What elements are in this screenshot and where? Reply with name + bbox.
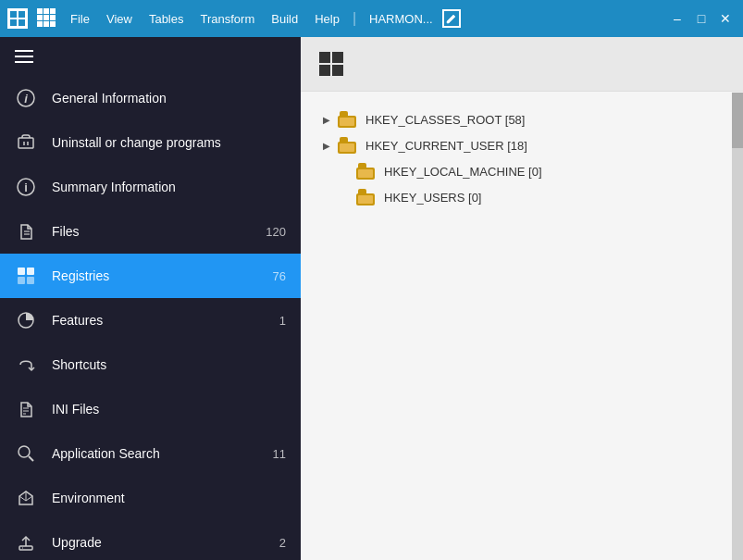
sidebar-badge-registries: 76 <box>273 269 286 283</box>
sidebar-badge-features: 1 <box>279 314 286 328</box>
svg-rect-1 <box>19 11 25 18</box>
sidebar-label-shortcuts: Shortcuts <box>52 357 271 372</box>
svg-rect-6 <box>19 138 33 148</box>
sidebar-item-ini-files[interactable]: INI Files <box>0 387 301 431</box>
sidebar-item-registries[interactable]: Registries 76 <box>0 254 301 298</box>
app-name: HARMON... <box>362 8 440 30</box>
svg-rect-3 <box>19 19 25 26</box>
sidebar-label-features: Features <box>52 313 265 328</box>
main-container: i General Information Uninstall or chang… <box>0 37 743 560</box>
sidebar-label-environment: Environment <box>52 491 271 505</box>
sidebar-label-application-search: Application Search <box>52 446 258 461</box>
features-icon <box>15 311 37 330</box>
scrollbar[interactable] <box>732 93 743 560</box>
menu-view[interactable]: View <box>99 8 140 30</box>
tree-label-hkey-classes-root: HKEY_CLASSES_ROOT [58] <box>365 113 525 127</box>
svg-point-21 <box>19 446 30 457</box>
sidebar-badge-files: 120 <box>266 225 286 239</box>
tree-item-hkey-users[interactable]: ▶ HKEY_USERS [0] <box>319 184 724 210</box>
content-header <box>301 37 743 92</box>
sidebar-label-registries: Registries <box>52 268 258 283</box>
edit-icon[interactable] <box>442 9 461 28</box>
svg-text:i: i <box>24 92 28 106</box>
sidebar-label-upgrade: Upgrade <box>52 535 265 550</box>
sidebar-label-files: Files <box>52 224 251 239</box>
content-grid-icon <box>319 52 343 76</box>
grid-icon <box>37 8 57 29</box>
svg-line-22 <box>29 456 33 461</box>
summary-icon: i <box>15 178 37 196</box>
tree-label-hkey-local-machine: HKEY_LOCAL_MACHINE [0] <box>384 165 542 179</box>
svg-text:i: i <box>24 180 28 194</box>
maximize-button[interactable]: □ <box>691 8 712 29</box>
sidebar-item-environment[interactable]: Environment <box>0 476 301 520</box>
shortcuts-icon <box>15 355 37 374</box>
titlebar-menu: File View Tables Transform Build Help | … <box>63 8 662 30</box>
titlebar-controls: – □ ✕ <box>667 8 736 29</box>
sidebar-item-upgrade[interactable]: Upgrade 2 <box>0 520 301 560</box>
ini-icon <box>15 400 37 418</box>
svg-rect-15 <box>18 277 25 284</box>
tree-item-hkey-local-machine[interactable]: ▶ HKEY_LOCAL_MACHINE [0] <box>319 158 724 184</box>
sidebar-item-shortcuts[interactable]: Shortcuts <box>0 342 301 387</box>
tree-label-hkey-current-user: HKEY_CURRENT_USER [18] <box>365 139 527 153</box>
app-logo <box>7 8 28 29</box>
sidebar-item-uninstall[interactable]: Uninstall or change programs <box>0 120 301 165</box>
close-button[interactable]: ✕ <box>715 8 736 29</box>
sidebar-badge-application-search: 11 <box>273 447 286 461</box>
sidebar-label-summary-information: Summary Information <box>52 180 271 194</box>
menu-tables[interactable]: Tables <box>142 8 192 30</box>
hamburger-menu[interactable] <box>0 37 301 76</box>
titlebar-separator: | <box>349 10 360 27</box>
content-area: ▶ HKEY_CLASSES_ROOT [58] ▶ HKEY_CURRENT_… <box>301 37 743 560</box>
uninstall-icon <box>15 133 37 152</box>
menu-help[interactable]: Help <box>307 8 347 30</box>
svg-rect-2 <box>10 19 17 26</box>
sidebar: i General Information Uninstall or chang… <box>0 37 301 560</box>
info-icon: i <box>15 89 37 107</box>
chevron-right-icon: ▶ <box>319 138 334 153</box>
tree-item-hkey-classes-root[interactable]: ▶ HKEY_CLASSES_ROOT [58] <box>319 106 724 132</box>
registries-icon <box>15 267 37 285</box>
files-icon <box>15 222 37 241</box>
sidebar-item-summary-information[interactable]: i Summary Information <box>0 165 301 209</box>
tree-container: ▶ HKEY_CLASSES_ROOT [58] ▶ HKEY_CURRENT_… <box>301 92 743 560</box>
chevron-right-icon: ▶ <box>319 112 334 127</box>
sidebar-label-uninstall: Uninstall or change programs <box>52 135 271 150</box>
svg-rect-24 <box>19 546 32 550</box>
svg-rect-16 <box>27 277 34 284</box>
sidebar-item-files[interactable]: Files 120 <box>0 209 301 254</box>
menu-transform[interactable]: Transform <box>192 8 262 30</box>
sidebar-item-features[interactable]: Features 1 <box>0 298 301 342</box>
svg-rect-13 <box>18 268 25 275</box>
sidebar-item-application-search[interactable]: Application Search 11 <box>0 431 301 476</box>
scrollbar-thumb[interactable] <box>732 93 743 148</box>
menu-build[interactable]: Build <box>264 8 305 30</box>
environment-icon <box>15 489 37 507</box>
sidebar-item-general-information[interactable]: i General Information <box>0 76 301 120</box>
titlebar: File View Tables Transform Build Help | … <box>0 0 743 37</box>
upgrade-icon <box>15 533 37 552</box>
minimize-button[interactable]: – <box>667 8 687 29</box>
search-icon <box>15 444 37 463</box>
sidebar-badge-upgrade: 2 <box>279 536 286 550</box>
menu-file[interactable]: File <box>63 8 97 30</box>
sidebar-label-ini-files: INI Files <box>52 402 271 417</box>
svg-rect-14 <box>27 268 34 275</box>
tree-label-hkey-users: HKEY_USERS [0] <box>384 191 482 205</box>
sidebar-label-general-information: General Information <box>52 91 271 106</box>
tree-item-hkey-current-user[interactable]: ▶ HKEY_CURRENT_USER [18] <box>319 132 724 158</box>
svg-rect-0 <box>10 11 17 18</box>
